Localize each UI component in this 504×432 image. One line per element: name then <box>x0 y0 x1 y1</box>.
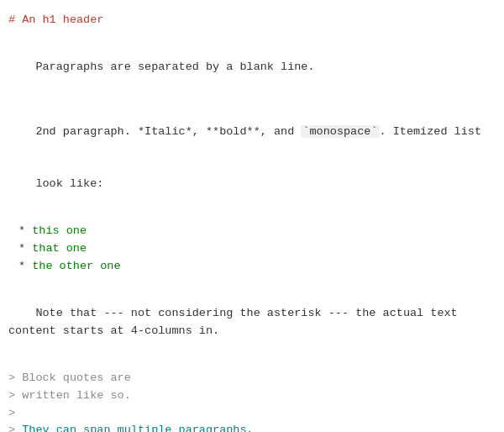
list-star-3: * <box>18 260 32 272</box>
para2-mono: `monospace` <box>301 125 379 138</box>
para2-italic: *Italic* <box>138 125 192 138</box>
para2-line2: look like: <box>35 177 103 190</box>
list-star-2: * <box>18 242 32 255</box>
h1-text: # An h1 header <box>8 13 103 26</box>
blockquote-section: > Block quotes are > written like so. > … <box>8 370 496 432</box>
list-section: * this one * that one * the other one <box>8 223 496 276</box>
list-item-text-1: this one <box>32 224 87 237</box>
bq-line-3: > <box>8 405 496 423</box>
list-item-1: * this one <box>18 223 496 240</box>
para2-comma1: , <box>192 125 206 138</box>
list-star-1: * <box>18 224 32 237</box>
para2-comma2: , and <box>260 125 302 138</box>
bq-span-1: They can span multiple paragraphs, <box>22 424 253 432</box>
bq-content-2: written like so. <box>22 389 131 402</box>
bq-line-2: > written like so. <box>8 387 496 405</box>
bq-line-4: > They can span multiple paragraphs, <box>8 422 496 432</box>
para2-bold: **bold** <box>206 125 260 138</box>
para2-prefix: 2nd paragraph. <box>35 125 138 138</box>
paragraph-1: Paragraphs are separated by a blank line… <box>8 41 496 94</box>
h1-header: # An h1 header <box>8 12 496 29</box>
note-text: Note that --- not considering the asteri… <box>8 307 458 337</box>
bq-prefix-1: > <box>8 371 22 384</box>
bq-line-1: > Block quotes are <box>8 370 496 387</box>
list-item-text-3: the other one <box>32 260 120 272</box>
paragraph-2: 2nd paragraph. *Italic*, **bold**, and `… <box>8 106 496 212</box>
para1-text: Paragraphs are separated by a blank line… <box>35 61 314 73</box>
list-item-text-2: that one <box>32 242 87 255</box>
bq-prefix-4: > <box>8 424 22 432</box>
bq-prefix-2: > <box>8 389 22 402</box>
bq-prefix-3: > <box>8 407 15 419</box>
main-container: # An h1 header Paragraphs are separated … <box>0 0 504 432</box>
note-paragraph: Note that --- not considering the asteri… <box>8 287 496 358</box>
list-item-3: * the other one <box>18 258 496 276</box>
list-item-2: * that one <box>18 240 496 258</box>
para2-suffix: . Itemized list <box>380 125 482 138</box>
bq-content-1: Block quotes are <box>22 371 131 384</box>
